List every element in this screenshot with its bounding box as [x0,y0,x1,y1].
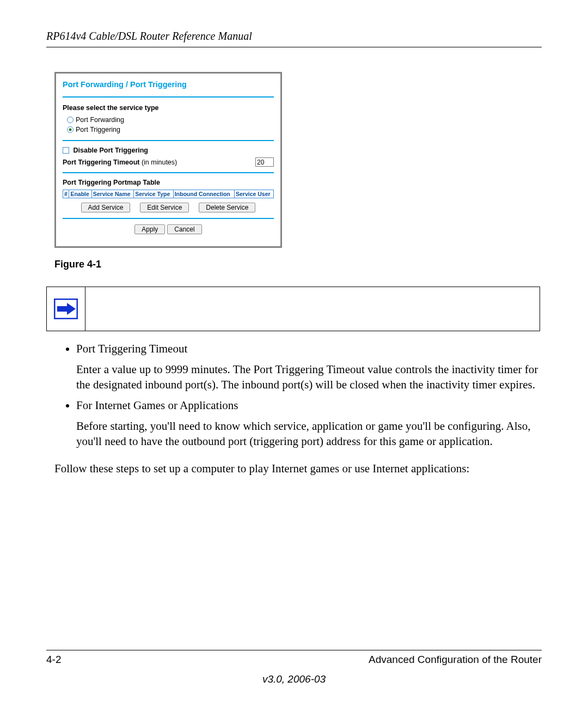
footer-version: v3.0, 2006-03 [46,673,542,685]
radio-label: Port Triggering [76,126,120,133]
list-item: For Internet Games or Applications Befor… [76,399,542,449]
apply-button[interactable]: Apply [134,224,165,234]
col-service-name: Service Name [91,190,134,198]
service-type-label: Please select the service type [63,104,274,112]
divider [63,172,274,173]
bullet-desc: Enter a value up to 9999 minutes. The Po… [76,362,542,392]
list-item: Port Triggering Timeout Enter a value up… [76,342,542,392]
footer-rule [46,650,542,650]
page-number: 4-2 [46,654,61,666]
cancel-button[interactable]: Cancel [167,224,201,234]
portmap-table: # Enable Service Name Service Type Inbou… [63,190,274,198]
delete-service-button[interactable]: Delete Service [199,203,255,212]
col-inbound: Inbound Connection [173,190,234,198]
radio-icon [67,126,74,133]
bullet-desc: Before starting, you'll need to know whi… [76,419,542,449]
follow-para: Follow these steps to set up a computer … [54,461,542,477]
checkbox-icon [63,147,69,154]
running-header: RP614v4 Cable/DSL Router Reference Manua… [46,30,542,47]
disable-triggering-row[interactable]: Disable Port Triggering [63,147,274,154]
edit-service-button[interactable]: Edit Service [140,203,189,212]
add-service-button[interactable]: Add Service [81,203,131,212]
router-screenshot: Port Forwarding / Port Triggering Please… [54,72,282,248]
divider [63,218,274,219]
screenshot-title: Port Forwarding / Port Triggering [63,79,274,98]
radio-port-forwarding[interactable]: Port Forwarding [63,115,274,125]
arrow-right-icon [47,287,85,331]
timeout-label: Port Triggering Timeout (in minutes) [63,159,177,166]
divider [63,140,274,141]
col-num: # [63,190,69,198]
figure-caption: Figure 4-1 [54,259,542,270]
note-box [46,287,540,331]
col-service-type: Service Type [134,190,173,198]
col-enable: Enable [69,190,91,198]
disable-label: Disable Port Triggering [73,147,148,154]
bullet-term: Port Triggering Timeout [76,342,187,355]
timeout-input[interactable] [255,157,274,167]
radio-port-triggering[interactable]: Port Triggering [63,125,274,135]
col-service-user: Service User [234,190,273,198]
footer-section: Advanced Configuration of the Router [369,654,542,666]
bullet-term: For Internet Games or Applications [76,399,238,412]
portmap-label: Port Triggering Portmap Table [63,179,274,186]
svg-rect-1 [57,306,67,312]
radio-icon [67,117,74,123]
radio-label: Port Forwarding [76,116,124,124]
